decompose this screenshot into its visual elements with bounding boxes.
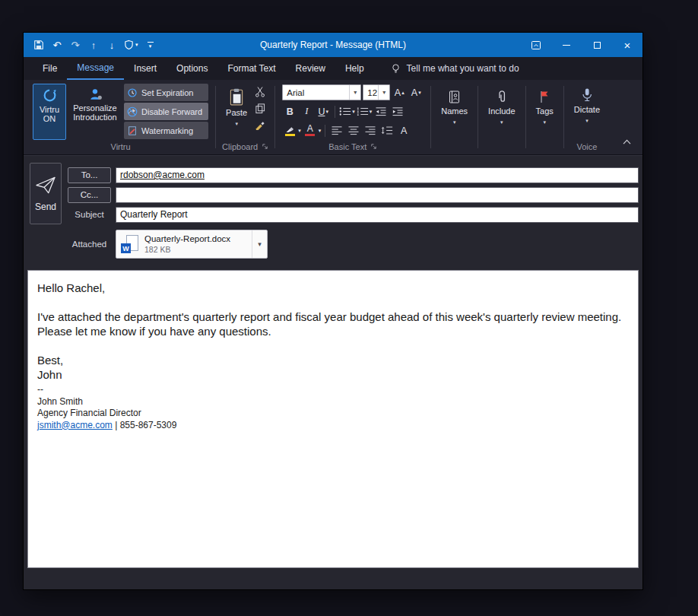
format-painter-icon bbox=[255, 119, 265, 130]
line-spacing-button[interactable] bbox=[379, 123, 395, 138]
watermarking-button[interactable]: Watermarking bbox=[124, 122, 208, 139]
ribbon-group-names: Names ▾ bbox=[433, 81, 475, 154]
next-item-button[interactable]: ↓ bbox=[106, 37, 118, 53]
set-expiration-button[interactable]: Set Expiration bbox=[124, 84, 208, 101]
cc-input[interactable] bbox=[116, 187, 639, 203]
cut-button[interactable] bbox=[252, 84, 268, 99]
attachment-chip[interactable]: W Quarterly-Report.docx 182 KB ▾ bbox=[116, 230, 268, 259]
increase-indent-button[interactable] bbox=[390, 104, 405, 119]
shrink-font-button[interactable]: A▾ bbox=[408, 85, 424, 100]
collapse-ribbon-button[interactable] bbox=[622, 135, 632, 148]
names-button[interactable]: Names ▾ bbox=[438, 84, 471, 129]
align-left-icon bbox=[331, 125, 343, 135]
ribbon-group-tags: Tags ▾ bbox=[528, 81, 561, 154]
decrease-indent-button[interactable] bbox=[373, 104, 389, 119]
highlighter-icon bbox=[285, 125, 295, 133]
bullets-button[interactable]: ▾ bbox=[339, 104, 355, 119]
undo-button[interactable]: ↶ bbox=[51, 37, 63, 53]
line-spacing-icon bbox=[381, 125, 393, 135]
bold-button[interactable]: B bbox=[282, 104, 297, 119]
flag-icon bbox=[538, 90, 551, 104]
redo-button[interactable]: ↷ bbox=[69, 37, 81, 53]
copy-button[interactable] bbox=[252, 100, 268, 116]
window-controls: × bbox=[521, 33, 642, 57]
basic-text-group-label: Basic Text bbox=[328, 142, 366, 151]
paste-button[interactable]: Paste ▾ bbox=[223, 84, 250, 130]
person-icon bbox=[88, 87, 103, 101]
align-right-button[interactable] bbox=[363, 123, 378, 138]
text-effects-button[interactable]: A bbox=[396, 123, 411, 138]
set-expiration-label: Set Expiration bbox=[141, 88, 193, 97]
virtru-icon bbox=[43, 88, 57, 103]
clipboard-group-label: Clipboard bbox=[222, 142, 258, 151]
message-body-editor[interactable]: Hello Rachel, I've attached the departme… bbox=[27, 270, 639, 568]
font-size-dropdown-icon[interactable]: ▾ bbox=[378, 85, 389, 100]
attachment-dropdown-button[interactable]: ▾ bbox=[252, 230, 267, 258]
body-closing: Best, bbox=[37, 353, 629, 367]
subject-label: Subject bbox=[68, 210, 111, 219]
cc-button[interactable]: Cc... bbox=[68, 187, 111, 203]
save-button[interactable] bbox=[33, 37, 45, 53]
clipboard-dialog-launcher[interactable] bbox=[262, 143, 268, 150]
subject-input[interactable] bbox=[116, 207, 639, 223]
ribbon-display-options-button[interactable] bbox=[521, 33, 551, 57]
tab-file[interactable]: File bbox=[33, 57, 67, 80]
font-name-combo[interactable]: Arial ▾ bbox=[282, 84, 361, 100]
paperclip-icon bbox=[495, 90, 509, 104]
tab-message[interactable]: Message bbox=[67, 57, 124, 80]
tab-insert[interactable]: Insert bbox=[124, 57, 167, 80]
tab-help[interactable]: Help bbox=[335, 57, 374, 80]
underline-button[interactable]: U▾ bbox=[316, 104, 331, 119]
maximize-button[interactable] bbox=[582, 33, 612, 57]
send-label: Send bbox=[35, 202, 56, 212]
send-icon bbox=[35, 176, 56, 195]
tab-format-text[interactable]: Format Text bbox=[217, 57, 285, 80]
minimize-icon bbox=[563, 45, 570, 46]
chevron-up-icon bbox=[622, 138, 632, 145]
signature-email-link[interactable]: jsmith@acme.com bbox=[37, 420, 113, 430]
basic-text-dialog-launcher[interactable] bbox=[370, 143, 377, 150]
tags-button[interactable]: Tags ▾ bbox=[533, 84, 557, 129]
align-left-button[interactable] bbox=[329, 123, 344, 138]
virtru-on-button[interactable]: Virtru ON bbox=[33, 84, 66, 140]
include-label: Include bbox=[488, 106, 515, 116]
font-name-dropdown-icon[interactable]: ▾ bbox=[349, 85, 360, 100]
tab-options[interactable]: Options bbox=[167, 57, 217, 80]
paste-dropdown-icon: ▾ bbox=[235, 119, 238, 129]
set-expiration-icon bbox=[127, 87, 138, 98]
disable-forward-button[interactable]: Disable Forward bbox=[124, 103, 208, 120]
tab-review[interactable]: Review bbox=[286, 57, 335, 80]
previous-item-button[interactable]: ↑ bbox=[87, 37, 100, 53]
personalize-introduction-button[interactable]: Personalize Introduction bbox=[68, 84, 122, 123]
minimize-button[interactable] bbox=[551, 33, 582, 57]
ribbon-tab-row: File Message Insert Options Format Text … bbox=[24, 57, 642, 80]
align-center-button[interactable] bbox=[346, 123, 361, 138]
signature-contact: jsmith@acme.com | 855-867-5309 bbox=[37, 420, 629, 432]
watermarking-label: Watermarking bbox=[141, 126, 193, 135]
signature-role: Agency Financial Director bbox=[37, 408, 629, 420]
include-button[interactable]: Include ▾ bbox=[485, 84, 518, 129]
numbering-button[interactable]: ▾ bbox=[357, 104, 373, 119]
customize-quick-access-button[interactable]: ▾ bbox=[144, 37, 157, 53]
to-button[interactable]: To... bbox=[68, 167, 111, 183]
numbering-icon bbox=[357, 106, 369, 116]
send-button[interactable]: Send bbox=[30, 163, 62, 224]
close-button[interactable]: × bbox=[612, 33, 642, 57]
grow-font-button[interactable]: A▴ bbox=[392, 85, 407, 100]
quick-access-toolbar: ↶ ↷ ↑ ↓ ▾ ▾ bbox=[24, 37, 157, 53]
signature-phone: | 855-867-5309 bbox=[113, 420, 177, 430]
format-painter-button[interactable] bbox=[252, 117, 268, 132]
italic-button[interactable]: I bbox=[299, 104, 314, 119]
tell-me-label: Tell me what you want to do bbox=[407, 63, 519, 74]
to-input[interactable] bbox=[116, 167, 639, 183]
font-color-button[interactable]: A ▾ bbox=[303, 123, 322, 138]
dictate-button[interactable]: Dictate ▾ bbox=[571, 84, 603, 127]
compose-header: Send To... Cc... Subject Attached W bbox=[24, 155, 642, 269]
ribbon-group-virtru: Virtru ON Personalize Introduction Set E… bbox=[28, 81, 213, 154]
lightbulb-icon bbox=[391, 63, 401, 75]
virtru-on-label: Virtru ON bbox=[36, 105, 62, 123]
tell-me-box[interactable]: Tell me what you want to do bbox=[391, 57, 519, 80]
font-size-combo[interactable]: 12 ▾ bbox=[363, 84, 390, 100]
text-highlight-button[interactable]: ▾ bbox=[282, 123, 301, 138]
protection-button[interactable]: ▾ bbox=[124, 37, 138, 53]
